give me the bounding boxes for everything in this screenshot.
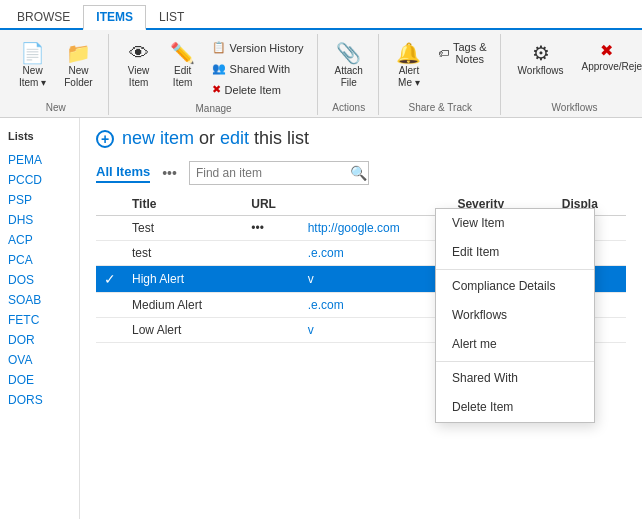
sidebar-item-pema[interactable]: PEMA [0,150,79,170]
approve-reject-label: Approve/Reject [582,61,632,73]
new-item-link[interactable]: new item [122,128,194,148]
ribbon-group-manage-content: 👁 ViewItem ✏️ EditItem 📋 Version History… [119,36,309,99]
view-options-button[interactable]: ••• [158,163,181,183]
row-title[interactable]: Low Alert [124,318,243,343]
shared-with-label: Shared With [230,63,291,75]
search-icon[interactable]: 🔍 [350,165,367,181]
context-menu-view-item[interactable]: View Item [436,209,594,238]
content-area: + new item or edit this list All Items •… [80,118,642,519]
tags-notes-button[interactable]: 🏷 Tags &Notes [433,38,492,68]
alert-me-label: AlertMe ▾ [398,65,420,89]
sidebar-item-dor[interactable]: DOR [0,330,79,350]
new-folder-label: NewFolder [64,65,92,89]
row-url-value[interactable]: v [300,318,450,343]
tab-list[interactable]: LIST [146,5,197,28]
row-title[interactable]: Test [124,216,243,241]
search-input[interactable] [196,166,346,180]
header-suffix: this list [254,128,309,148]
approve-reject-icon: ✖ [600,43,613,59]
context-menu-delete-item[interactable]: Delete Item [436,393,594,422]
sidebar-header: Lists [0,126,79,150]
row-url-ellipsis [243,241,299,266]
version-history-button[interactable]: 📋 Version History [207,38,309,57]
url-link[interactable]: .e.com [308,298,344,312]
sidebar-item-dors[interactable]: DORS [0,390,79,410]
col-url: URL [243,193,299,216]
new-item-label: NewItem ▾ [19,65,46,89]
row-url-value[interactable]: v [300,266,450,293]
ribbon-group-workflows: ⚙ Workflows ✖ Approve/Reject Workflows [503,34,642,115]
tab-items[interactable]: ITEMS [83,5,146,30]
context-menu-divider-1 [436,269,594,270]
context-menu: View Item Edit Item Compliance Details W… [435,208,595,423]
checkmark-icon: ✓ [104,271,116,287]
row-check [96,293,124,318]
new-item-button[interactable]: 📄 NewItem ▾ [12,38,53,94]
sidebar-item-doe[interactable]: DOE [0,370,79,390]
row-url-value[interactable]: http://google.com [300,216,450,241]
url-link[interactable]: .e.com [308,246,344,260]
group-workflows-label: Workflows [552,98,598,113]
context-menu-edit-item[interactable]: Edit Item [436,238,594,267]
delete-item-button[interactable]: ✖ Delete Item [207,80,309,99]
row-url-ellipsis [243,293,299,318]
sidebar-item-pccd[interactable]: PCCD [0,170,79,190]
edit-item-button[interactable]: ✏️ EditItem [163,38,203,94]
tags-notes-label: Tags &Notes [453,41,487,65]
row-check [96,318,124,343]
context-menu-alert-me[interactable]: Alert me [436,330,594,359]
sidebar-item-dhs[interactable]: DHS [0,210,79,230]
sidebar-item-dos[interactable]: DOS [0,270,79,290]
col-url-ellipsis [300,193,450,216]
delete-item-icon: ✖ [212,83,221,96]
ribbon-group-new: 📄 NewItem ▾ 📁 NewFolder New [4,34,109,115]
row-check: ✓ [96,266,124,293]
ribbon-group-actions: 📎 AttachFile Actions [320,34,379,115]
shared-with-button[interactable]: 👥 Shared With [207,59,309,78]
approve-reject-button[interactable]: ✖ Approve/Reject [575,38,639,78]
sidebar-item-ova[interactable]: OVA [0,350,79,370]
edit-item-label: EditItem [173,65,192,89]
header-or-text: or [199,128,220,148]
delete-item-label: Delete Item [225,84,281,96]
sidebar-item-acp[interactable]: ACP [0,230,79,250]
context-menu-workflows[interactable]: Workflows [436,301,594,330]
sidebar-item-pca[interactable]: PCA [0,250,79,270]
group-share-track-label: Share & Track [409,98,472,113]
row-url-value[interactable]: .e.com [300,293,450,318]
ribbon-group-manage: 👁 ViewItem ✏️ EditItem 📋 Version History… [111,34,318,115]
sidebar-item-soab[interactable]: SOAB [0,290,79,310]
url-link[interactable]: v [308,272,314,286]
attach-file-button[interactable]: 📎 AttachFile [328,38,370,94]
col-check [96,193,124,216]
context-menu-compliance-details[interactable]: Compliance Details [436,272,594,301]
new-item-icon: 📄 [20,43,45,63]
row-url-ellipsis: ••• [243,216,299,241]
row-title[interactable]: High Alert [124,266,243,293]
ribbon-group-new-content: 📄 NewItem ▾ 📁 NewFolder [12,36,100,98]
add-item-icon[interactable]: + [96,130,114,148]
tab-browse[interactable]: BROWSE [4,5,83,28]
group-manage-label: Manage [196,99,232,114]
url-link[interactable]: http://google.com [308,221,400,235]
new-folder-button[interactable]: 📁 NewFolder [57,38,99,94]
all-items-view[interactable]: All Items [96,164,150,183]
edit-list-link[interactable]: edit [220,128,249,148]
sidebar-item-fetc[interactable]: FETC [0,310,79,330]
row-url-ellipsis [243,266,299,293]
sidebar-item-psp[interactable]: PSP [0,190,79,210]
url-link[interactable]: v [308,323,314,337]
row-url-ellipsis [243,318,299,343]
alert-me-button[interactable]: 🔔 AlertMe ▾ [389,38,429,94]
view-item-button[interactable]: 👁 ViewItem [119,38,159,94]
row-title[interactable]: Medium Alert [124,293,243,318]
ribbon-group-workflows-content: ⚙ Workflows ✖ Approve/Reject [511,36,639,98]
ribbon-tabs: BROWSE ITEMS LIST [0,0,642,30]
edit-item-icon: ✏️ [170,43,195,63]
row-url-value[interactable]: .e.com [300,241,450,266]
page-header-text: new item or edit this list [122,128,309,149]
workflows-button[interactable]: ⚙ Workflows [511,38,571,82]
share-track-small: 🏷 Tags &Notes [433,38,492,68]
row-title[interactable]: test [124,241,243,266]
context-menu-shared-with[interactable]: Shared With [436,364,594,393]
